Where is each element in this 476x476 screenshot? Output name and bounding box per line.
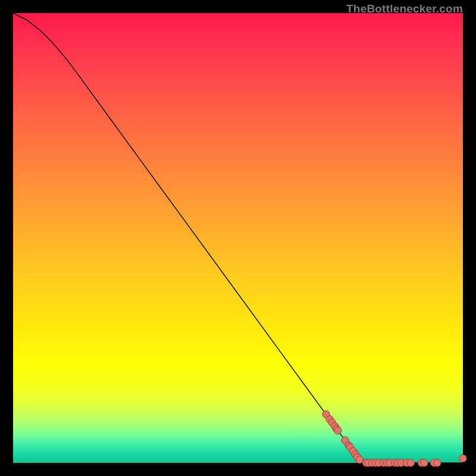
chart-svg <box>13 13 463 463</box>
chart-point <box>407 459 414 466</box>
chart-point <box>334 427 342 434</box>
chart-plot-area: TheBottlenecker.com <box>13 13 463 463</box>
chart-point <box>459 455 466 462</box>
chart-points <box>322 411 466 466</box>
chart-point <box>421 459 428 466</box>
chart-curve <box>13 13 463 463</box>
chart-point <box>434 459 441 466</box>
chart-point <box>356 456 363 464</box>
